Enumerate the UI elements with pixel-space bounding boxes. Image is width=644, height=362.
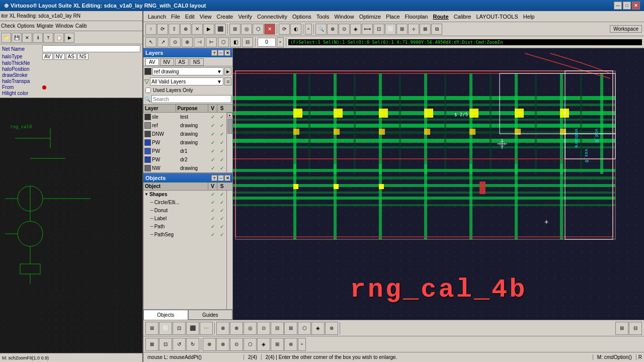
tb1-btn19[interactable]: ⊡ bbox=[373, 24, 384, 35]
zoom-input[interactable] bbox=[258, 38, 276, 47]
layers-help-btn[interactable]: ? bbox=[211, 50, 217, 56]
tb2-btn4[interactable]: ⊕ bbox=[182, 37, 193, 47]
tb-btn-7[interactable]: ▶ bbox=[64, 33, 74, 43]
tb1-btn17[interactable]: ◈ bbox=[350, 24, 361, 35]
btb1-btn14[interactable]: ⊛ bbox=[325, 322, 338, 335]
layer-pw1-s[interactable]: ✓ bbox=[217, 140, 226, 145]
objects-min-btn[interactable]: ─ bbox=[218, 175, 224, 181]
layer-sle-v[interactable]: ✓ bbox=[208, 114, 217, 120]
tb2-btn9[interactable]: ⊟ bbox=[242, 37, 253, 47]
shapes-s[interactable]: ✓ bbox=[217, 192, 226, 197]
main-canvas[interactable]: vddcore vss_0 vdd_0 $ 2/5 + bbox=[233, 48, 644, 320]
tb1-btn20[interactable]: ⬜ bbox=[385, 24, 396, 35]
tb1-btn12[interactable]: ⟳ bbox=[279, 24, 290, 35]
layer-dnw-s[interactable]: ✓ bbox=[217, 131, 226, 137]
menu-file[interactable]: File bbox=[169, 13, 183, 21]
btb1-btn13[interactable]: ◈ bbox=[311, 322, 325, 335]
layer-sle-s[interactable]: ✓ bbox=[217, 114, 226, 120]
layer-row-sle[interactable]: sle test ✓ ✓ bbox=[143, 113, 232, 121]
menu-verify[interactable]: Verify bbox=[235, 13, 255, 21]
tb2-btn8[interactable]: ◧ bbox=[230, 37, 241, 47]
layer-nw-s[interactable]: ✓ bbox=[217, 165, 226, 171]
layer-pw2-s[interactable]: ✓ bbox=[217, 148, 226, 154]
label-s[interactable]: ✓ bbox=[217, 216, 226, 221]
layer-pw2-v[interactable]: ✓ bbox=[208, 148, 217, 154]
close-button[interactable]: ✕ bbox=[632, 2, 640, 10]
circle-s[interactable]: ✓ bbox=[217, 200, 226, 205]
tb1-btn2[interactable]: ⟳ bbox=[157, 24, 168, 35]
tb1-btn1[interactable]: ↑ bbox=[145, 24, 156, 35]
btb1-btn10[interactable]: ⊟ bbox=[271, 322, 284, 335]
menu-layout-tools[interactable]: LAYOUT-TOOLS bbox=[473, 13, 520, 21]
filter-dropdown[interactable]: All Valid Layers ▼ bbox=[150, 77, 223, 85]
tb1-btn21[interactable]: ⊞ bbox=[396, 24, 408, 35]
btb2-btn5[interactable]: ⊗ bbox=[203, 338, 216, 351]
menu-connectivity[interactable]: Connectivity bbox=[255, 13, 290, 21]
layer-row-pw3[interactable]: PW dr2 ✓ ✓ bbox=[143, 155, 232, 164]
used-layers-row[interactable]: Used Layers Only bbox=[143, 86, 232, 94]
left-menubar2[interactable]: Check Options Migrate Window Calib bbox=[0, 21, 142, 31]
path-s[interactable]: ✓ bbox=[217, 224, 226, 229]
btb1-btn6[interactable]: ⊗ bbox=[216, 322, 229, 335]
btb2-btn10[interactable]: ⊞ bbox=[271, 338, 284, 351]
btb2-btn8[interactable]: ⬡ bbox=[244, 338, 257, 351]
donut-v[interactable]: ✓ bbox=[208, 208, 217, 213]
left-menu-check[interactable]: Check bbox=[1, 23, 15, 29]
btb1-btn12[interactable]: ⬡ bbox=[298, 322, 311, 335]
tb-btn-4[interactable]: ℹ bbox=[33, 33, 43, 43]
select-tool[interactable]: ↖ bbox=[145, 37, 156, 47]
menu-window[interactable]: Window bbox=[332, 13, 357, 21]
object-circle-row[interactable]: ─ Circle/Elli... ✓ ✓ bbox=[143, 199, 232, 207]
tb2-btn6[interactable]: ⊢ bbox=[206, 37, 217, 47]
layers-scrollbar[interactable]: ▲ bbox=[226, 113, 232, 172]
tb-btn-3[interactable]: ✕ bbox=[22, 33, 32, 43]
guides-tab[interactable]: Guides bbox=[188, 310, 233, 320]
left-menu-window[interactable]: Window bbox=[55, 23, 73, 29]
tb2-btn3[interactable]: ⊙ bbox=[170, 37, 181, 47]
btb1-btn5[interactable]: ⋯ bbox=[200, 322, 213, 335]
btb1-btn4[interactable]: ⬛ bbox=[186, 322, 199, 335]
btb1-right1[interactable]: ⊞ bbox=[615, 322, 628, 335]
layer-dropdown-extra[interactable]: ▶ bbox=[224, 67, 231, 75]
layers-tab-nv[interactable]: NV bbox=[160, 58, 174, 66]
path-v[interactable]: ✓ bbox=[208, 224, 217, 229]
layers-search-input[interactable] bbox=[151, 95, 231, 103]
pathseg-v[interactable]: ✓ bbox=[208, 232, 217, 237]
btb2-btn11[interactable]: ⊛ bbox=[284, 338, 297, 351]
btb1-btn8[interactable]: ◎ bbox=[244, 322, 257, 335]
layer-ref-s[interactable]: ✓ bbox=[217, 123, 226, 128]
menu-calibre[interactable]: Calibre bbox=[451, 13, 474, 21]
maximize-button[interactable]: □ bbox=[623, 2, 631, 10]
btb2-btn1[interactable]: ⊠ bbox=[145, 338, 158, 351]
layer-nw-v[interactable]: ✓ bbox=[208, 165, 217, 171]
tb1-more[interactable]: » bbox=[305, 24, 312, 35]
tb1-btn24[interactable]: ⧉ bbox=[431, 24, 442, 35]
btb2-btn7[interactable]: ⊙ bbox=[230, 338, 243, 351]
minimize-button[interactable]: ─ bbox=[614, 2, 622, 10]
pathseg-s[interactable]: ✓ bbox=[217, 232, 226, 237]
btb2-btn6[interactable]: ⊕ bbox=[216, 338, 229, 351]
objects-tab[interactable]: Objects bbox=[143, 310, 188, 320]
tb-btn-2[interactable]: 💾 bbox=[12, 33, 22, 43]
objects-close-btn[interactable]: ✕ bbox=[224, 175, 230, 181]
tb1-btn8[interactable]: ⊞ bbox=[229, 24, 240, 35]
tb-btn-6[interactable]: 📋 bbox=[54, 33, 64, 43]
layer-row-ref[interactable]: ref drawing ✓ ✓ bbox=[143, 121, 232, 130]
layer-pw3-v[interactable]: ✓ bbox=[208, 157, 217, 162]
btb2-btn2[interactable]: ⊡ bbox=[159, 338, 172, 351]
menu-view[interactable]: View bbox=[197, 13, 214, 21]
objects-help-btn[interactable]: ? bbox=[211, 175, 217, 181]
tb2-btn7[interactable]: ⬡ bbox=[218, 37, 229, 47]
object-label-row[interactable]: ─ Label ✓ ✓ bbox=[143, 215, 232, 223]
layer-row-pw2[interactable]: PW dr1 ✓ ✓ bbox=[143, 147, 232, 155]
tb1-btn3[interactable]: ⇪ bbox=[169, 24, 180, 35]
menu-tools[interactable]: Tools bbox=[314, 13, 332, 21]
label-v[interactable]: ✓ bbox=[208, 216, 217, 221]
btb1-btn3[interactable]: ⊡ bbox=[173, 322, 186, 335]
tb-btn-1[interactable]: 📁 bbox=[1, 33, 11, 43]
btb1-btn9[interactable]: ⊙ bbox=[257, 322, 270, 335]
tab-nv[interactable]: NV bbox=[54, 53, 65, 60]
circle-v[interactable]: ✓ bbox=[208, 200, 217, 205]
tb2-more[interactable]: » bbox=[277, 37, 284, 47]
tb2-btn2[interactable]: ↗ bbox=[157, 37, 169, 47]
